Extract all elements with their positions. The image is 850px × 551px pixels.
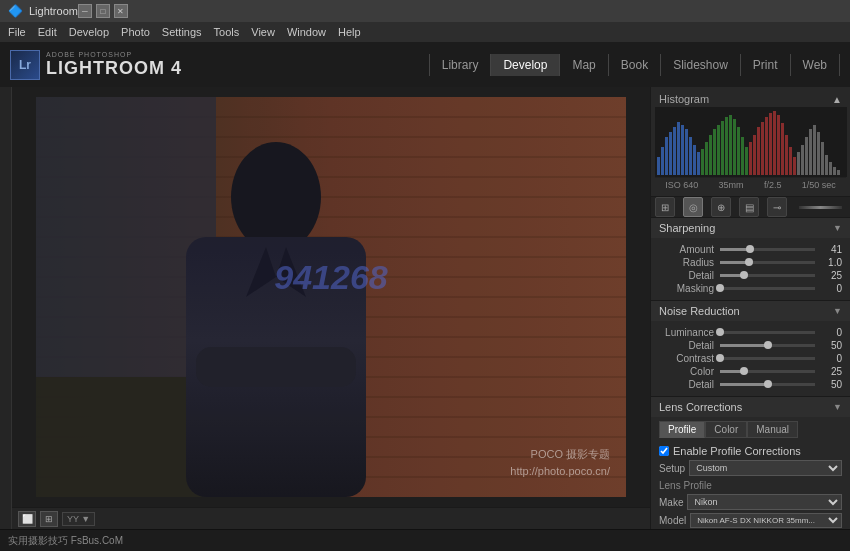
enable-profile-checkbox[interactable] <box>659 446 669 456</box>
svg-rect-50 <box>741 137 744 175</box>
luminance-track[interactable] <box>720 331 815 334</box>
svg-rect-28 <box>36 97 626 497</box>
lens-content: Enable Profile Corrections Setup Custom … <box>651 438 850 529</box>
spot-heal-icon[interactable]: ◎ <box>683 197 703 217</box>
iso-value: ISO 640 <box>665 180 698 190</box>
shutter-value: 1/50 sec <box>802 180 836 190</box>
lens-tab-color[interactable]: Color <box>705 421 747 438</box>
amount-label: Amount <box>659 244 714 255</box>
histogram-collapse-icon[interactable]: ▲ <box>832 94 842 105</box>
masking-label: Masking <box>659 283 714 294</box>
histogram-meta: ISO 640 35mm f/2.5 1/50 sec <box>655 177 846 192</box>
svg-rect-63 <box>793 157 796 175</box>
lens-tab-profile[interactable]: Profile <box>659 421 705 438</box>
noise-reduction-header[interactable]: Noise Reduction ▼ <box>651 301 850 321</box>
make-select[interactable]: Nikon <box>687 494 842 510</box>
model-select[interactable]: Nikon AF-S DX NIKKOR 35mm... <box>690 513 842 528</box>
menu-help[interactable]: Help <box>338 26 361 38</box>
close-button[interactable]: ✕ <box>114 4 128 18</box>
minimize-button[interactable]: ─ <box>78 4 92 18</box>
zoom-indicator[interactable]: YY ▼ <box>62 512 95 526</box>
menu-view[interactable]: View <box>251 26 275 38</box>
tab-library[interactable]: Library <box>429 54 492 76</box>
photo: 941268 POCO 摄影专题 http://photo.poco.cn/ <box>36 97 626 497</box>
svg-rect-31 <box>665 137 668 175</box>
svg-rect-65 <box>801 145 804 175</box>
svg-rect-70 <box>821 142 824 175</box>
svg-rect-51 <box>745 147 748 175</box>
radius-track[interactable] <box>720 261 815 264</box>
svg-rect-61 <box>785 135 788 175</box>
maximize-button[interactable]: □ <box>96 4 110 18</box>
bottom-strip: 实用摄影技巧 FsBus.CoM <box>0 529 850 551</box>
tab-book[interactable]: Book <box>609 54 661 76</box>
menu-photo[interactable]: Photo <box>121 26 150 38</box>
masking-value: 0 <box>817 283 842 294</box>
aperture-value: f/2.5 <box>764 180 782 190</box>
lens-corrections-header[interactable]: Lens Corrections ▼ <box>651 397 850 417</box>
adjustment-brush-icon[interactable]: ⊸ <box>767 197 787 217</box>
model-label: Model <box>659 515 686 526</box>
lens-tab-manual[interactable]: Manual <box>747 421 798 438</box>
tab-slideshow[interactable]: Slideshow <box>661 54 741 76</box>
tab-print[interactable]: Print <box>741 54 791 76</box>
sharpening-section: Sharpening ▼ Amount 41 Radius <box>651 218 850 301</box>
svg-rect-29 <box>657 157 660 175</box>
svg-rect-54 <box>757 127 760 175</box>
setup-row: Setup Custom <box>659 460 842 476</box>
exposure-strip <box>799 206 842 209</box>
tab-web[interactable]: Web <box>791 54 840 76</box>
contrast-track[interactable] <box>720 357 815 360</box>
menu-settings[interactable]: Settings <box>162 26 202 38</box>
contrast-value: 0 <box>817 353 842 364</box>
color-detail-track[interactable] <box>720 383 815 386</box>
color-track[interactable] <box>720 370 815 373</box>
crop-tool-btn[interactable]: ⬜ <box>18 511 36 527</box>
view-mode-btn[interactable]: ⊞ <box>40 511 58 527</box>
noise-reduction-title: Noise Reduction <box>659 305 740 317</box>
amount-thumb <box>746 245 754 253</box>
masking-row: Masking 0 <box>659 283 842 294</box>
histogram-canvas <box>655 107 847 177</box>
tab-develop[interactable]: Develop <box>491 54 560 76</box>
svg-rect-60 <box>781 123 784 175</box>
masking-track[interactable] <box>720 287 815 290</box>
menu-bar: File Edit Develop Photo Settings Tools V… <box>0 22 850 42</box>
detail-track[interactable] <box>720 274 815 277</box>
photo-area: 941268 POCO 摄影专题 http://photo.poco.cn/ ⬜… <box>12 87 650 529</box>
enable-profile-row: Enable Profile Corrections <box>659 445 842 457</box>
svg-rect-49 <box>737 127 740 175</box>
crop-icon[interactable]: ⊞ <box>655 197 675 217</box>
menu-edit[interactable]: Edit <box>38 26 57 38</box>
photo-container[interactable]: 941268 POCO 摄影专题 http://photo.poco.cn/ <box>12 87 650 507</box>
svg-rect-32 <box>669 132 672 175</box>
logo-text: ADOBE PHOTOSHOP LIGHTROOM 4 <box>46 51 182 79</box>
svg-rect-73 <box>833 167 836 175</box>
menu-window[interactable]: Window <box>287 26 326 38</box>
adobe-label: ADOBE PHOTOSHOP <box>46 51 182 58</box>
nr-detail-track[interactable] <box>720 344 815 347</box>
tab-map[interactable]: Map <box>560 54 608 76</box>
svg-rect-62 <box>789 147 792 175</box>
menu-tools[interactable]: Tools <box>214 26 240 38</box>
setup-label: Setup <box>659 463 685 474</box>
amount-value: 41 <box>817 244 842 255</box>
color-detail-row: Detail 50 <box>659 379 842 390</box>
svg-rect-52 <box>749 142 752 175</box>
svg-rect-53 <box>753 135 756 175</box>
menu-file[interactable]: File <box>8 26 26 38</box>
svg-rect-35 <box>681 125 684 175</box>
menu-develop[interactable]: Develop <box>69 26 109 38</box>
svg-rect-55 <box>761 122 764 175</box>
amount-track[interactable] <box>720 248 815 251</box>
color-detail-value: 50 <box>817 379 842 390</box>
lr-badge: Lr <box>10 50 40 80</box>
red-eye-icon[interactable]: ⊕ <box>711 197 731 217</box>
svg-rect-36 <box>685 129 688 175</box>
setup-select[interactable]: Custom <box>689 460 842 476</box>
sharpening-header[interactable]: Sharpening ▼ <box>651 218 850 238</box>
lens-corrections-section: Lens Corrections ▼ Profile Color Manual … <box>651 397 850 529</box>
svg-rect-33 <box>673 127 676 175</box>
grad-filter-icon[interactable]: ▤ <box>739 197 759 217</box>
watermark-line1: POCO 摄影专题 <box>510 446 610 463</box>
